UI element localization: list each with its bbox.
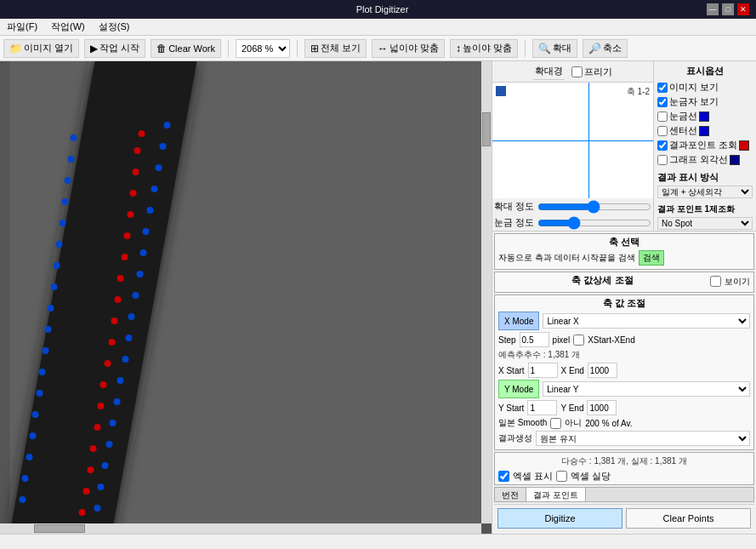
svg-point-43 [68,156,75,163]
result-method-select[interactable]: 일계 + 상세외각 단순 외각선만 [657,186,753,198]
svg-point-38 [106,441,113,448]
svg-point-7 [130,190,137,197]
center-label: 센터선 [669,124,697,137]
svg-point-8 [128,211,134,218]
magnifier-fine-row: 눈금 정도 [492,214,653,231]
result-point-select[interactable]: No Spot Spot 1 Spot 2 [657,217,753,230]
y-start-input[interactable] [527,400,557,415]
svg-point-49 [51,283,58,290]
svg-point-31 [133,292,139,299]
y-range-row: Y Start Y End [498,400,750,415]
svg-point-39 [102,462,109,469]
horizontal-scrollbar[interactable] [0,523,481,534]
start-work-button[interactable]: ▶ 작업 시작 [84,39,145,58]
clear-work-button[interactable]: 🗑 Clear Work [151,39,221,58]
axis-search-row: 자동으로 측과 데이터 시작끝을 검색 검색 [498,250,750,266]
axis-adjust-title: 축 값 조절 [498,297,750,310]
axis-scale-show-checkbox[interactable] [710,276,721,287]
x-mode-select[interactable]: Linear X Log X [543,313,750,329]
app-title: Plot Digitizer [58,4,707,14]
outline-checkbox[interactable] [657,155,668,165]
svg-point-13 [111,317,118,324]
x-start-label: X Start [498,366,525,375]
outline-label: 그래프 외각선 [669,153,728,166]
crosshair-horizontal [492,140,653,141]
separator-3 [525,40,526,57]
excel-sample-label: 엑셀 실당 [571,470,611,483]
canvas-area[interactable] [0,61,492,534]
svg-point-30 [137,271,144,277]
excel-show-label: 엑셀 표시 [513,470,553,483]
smooth-label: 일본 Smooth [498,417,547,429]
toolbar: 📁 이미지 열기 ▶ 작업 시작 🗑 Clear Work 2068 % 100… [0,36,756,61]
minimize-button[interactable]: — [707,3,719,15]
tab-result-points[interactable]: 결과 포인트 [526,488,586,502]
center-color-box [699,126,709,136]
menu-file[interactable]: 파일(F) [3,19,41,35]
svg-point-5 [134,147,141,154]
digitize-button[interactable]: Digitize [497,508,622,529]
show-image-checkbox[interactable] [657,83,668,93]
filter-label: 프리기 [584,66,612,78]
center-checkbox[interactable] [657,126,668,136]
x-range-row: X Start X End [498,363,750,378]
zoom-in-button[interactable]: 🔍 확대 [532,39,577,58]
vertical-scrollbar[interactable] [481,61,492,523]
scrollbar-thumb-h[interactable] [34,524,85,533]
tab-history[interactable]: 번전 [495,488,526,502]
zoom-slider[interactable] [537,201,651,213]
smooth-checkbox[interactable] [550,418,561,429]
y-mode-select[interactable]: Linear Y Log Y [543,381,750,397]
search-button[interactable]: 검색 [639,250,664,266]
play-icon: ▶ [90,43,98,54]
y-end-input[interactable] [587,400,617,415]
menu-settings[interactable]: 설정(S) [95,19,134,35]
axis-selection-box: 축 선택 자동으로 측과 데이터 시작끝을 검색 검색 [494,233,754,270]
canvas-svg [0,61,492,534]
window-controls[interactable]: — □ ✕ [707,3,749,15]
menu-work[interactable]: 작업(W) [48,19,88,35]
crosshair-vertical [588,83,589,198]
fit-width-button[interactable]: ↔ 넓이야 맞춤 [372,39,445,58]
svg-point-16 [100,381,107,388]
fit-all-button[interactable]: ⊞ 전체 보기 [304,39,367,58]
svg-point-46 [60,220,66,226]
x-start-input[interactable] [528,363,558,378]
fit-height-button[interactable]: ↕ 높이야 맞춤 [450,39,518,58]
x-end-label: X End [561,366,584,375]
result-type-select[interactable]: 원본 유지 평균화 [536,431,750,446]
result-point-title: 결과 포인트 1제조화 [657,203,753,215]
y-start-label: Y Start [498,403,524,413]
excel-show-checkbox[interactable] [498,471,509,482]
open-image-button[interactable]: 📁 이미지 열기 [3,39,79,58]
outline-row: 그래프 외각선 [657,153,753,166]
maximize-button[interactable]: □ [722,3,734,15]
svg-point-58 [22,475,29,482]
grid-checkbox[interactable] [657,112,668,122]
result-checkbox[interactable] [657,140,668,151]
axis-scale-show-label: 보이기 [725,276,750,288]
x-mode-button[interactable]: X Mode [498,312,539,330]
axis-scale-row: 축 값상세 조절 보이기 [498,274,750,289]
svg-point-55 [32,411,39,418]
step-input[interactable] [520,332,549,347]
fine-slider[interactable] [537,217,651,229]
magnifier-box: 축 1-2 [492,83,653,198]
svg-point-15 [105,360,111,367]
xstart-xend-checkbox[interactable] [573,335,584,346]
excel-sample-checkbox[interactable] [556,471,567,482]
show-grid-checkbox[interactable] [657,97,668,107]
svg-point-56 [30,432,37,439]
zoom-in-icon: 🔍 [538,43,551,54]
svg-point-40 [98,483,105,490]
x-end-input[interactable] [588,363,617,378]
close-button[interactable]: ✕ [737,3,749,15]
zoom-select[interactable]: 2068 % 1000 % 500 % 200 % 100 % 50 % [236,39,290,58]
y-mode-button[interactable]: Y Mode [498,380,539,398]
clear-points-button[interactable]: Clear Points [626,508,751,529]
magnifier-section: 확대경 프리기 축 1-2 확대 정도 [492,61,654,231]
axis-selection-title: 축 선택 [498,236,750,249]
fit-width-icon: ↔ [378,43,388,54]
filter-checkbox[interactable] [571,66,583,77]
zoom-out-button[interactable]: 🔎 축소 [583,39,628,58]
